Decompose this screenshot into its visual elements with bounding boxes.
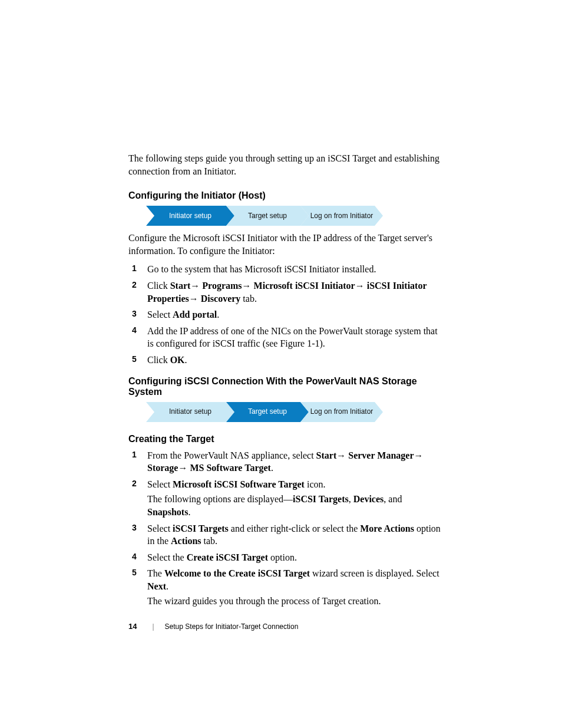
step-text: Select Microsoft iSCSI Software Target i… bbox=[147, 479, 325, 489]
section1-steps: 1 Go to the system that has Microsoft iS… bbox=[128, 263, 444, 366]
nav-step-label: Log on from Initiator bbox=[305, 408, 379, 416]
nav-step-label: Log on from Initiator bbox=[305, 212, 379, 220]
step-text: Select Add portal. bbox=[147, 309, 219, 319]
footer-separator: | bbox=[152, 622, 154, 631]
step-number: 5 bbox=[132, 354, 137, 365]
section3-steps: 1 From the PowerVault NAS appliance, sel… bbox=[128, 449, 444, 608]
nav-step-label: Initiator setup bbox=[163, 408, 217, 416]
workflow-nav-2: Initiator setup Target setup Log on from… bbox=[146, 402, 444, 422]
step-text: Click OK. bbox=[147, 355, 187, 365]
list-item: 1 From the PowerVault NAS appliance, sel… bbox=[128, 449, 444, 475]
step-number: 4 bbox=[132, 551, 137, 562]
section1-body: Configure the Microsoft iSCSI Initiator … bbox=[128, 232, 444, 257]
list-item: 5 Click OK. bbox=[128, 354, 444, 367]
step-number: 3 bbox=[132, 308, 137, 319]
step-text: Select the Create iSCSI Target option. bbox=[147, 552, 297, 562]
nav-step-label: Target setup bbox=[242, 408, 293, 416]
step-text: Click Start→ Programs→ Microsoft iSCSI I… bbox=[147, 281, 427, 304]
step-text: The Welcome to the Create iSCSI Target w… bbox=[147, 568, 439, 591]
list-item: 3 Select Add portal. bbox=[128, 308, 444, 321]
heading-configuring-initiator: Configuring the Initiator (Host) bbox=[128, 190, 444, 201]
list-item: 4 Add the IP address of one of the NICs … bbox=[128, 325, 444, 350]
footer-chapter: Setup Steps for Initiator-Target Connect… bbox=[165, 622, 299, 631]
step-number: 2 bbox=[132, 279, 137, 291]
nav-step-label: Target setup bbox=[242, 212, 293, 220]
nav-step-initiator-setup: Initiator setup bbox=[146, 206, 234, 226]
step-number: 1 bbox=[132, 449, 137, 460]
workflow-nav-1: Initiator setup Target setup Log on from… bbox=[146, 206, 444, 226]
step-text: Select iSCSI Targets and either right-cl… bbox=[147, 523, 441, 546]
heading-creating-target: Creating the Target bbox=[128, 434, 444, 444]
page-number: 14 bbox=[128, 622, 137, 631]
page-footer: 14 | Setup Steps for Initiator-Target Co… bbox=[128, 622, 444, 631]
step-text: Go to the system that has Microsoft iSCS… bbox=[147, 264, 376, 274]
step-subtext: The wizard guides you through the proces… bbox=[147, 595, 444, 608]
list-item: 4 Select the Create iSCSI Target option. bbox=[128, 551, 444, 564]
list-item: 5 The Welcome to the Create iSCSI Target… bbox=[128, 567, 444, 608]
heading-configuring-iscsi-connection: Configuring iSCSI Connection With the Po… bbox=[128, 376, 444, 397]
nav-step-target-setup: Target setup bbox=[226, 206, 309, 226]
nav-step-label: Initiator setup bbox=[163, 212, 217, 220]
step-text: From the PowerVault NAS appliance, selec… bbox=[147, 450, 423, 473]
nav-step-target-setup: Target setup bbox=[226, 402, 309, 422]
document-page: The following steps guide you through se… bbox=[0, 0, 562, 631]
step-number: 5 bbox=[132, 567, 137, 578]
nav-step-logon-initiator: Log on from Initiator bbox=[300, 206, 383, 226]
nav-step-logon-initiator: Log on from Initiator bbox=[300, 402, 383, 422]
step-number: 2 bbox=[132, 478, 137, 489]
nav-step-initiator-setup: Initiator setup bbox=[146, 402, 234, 422]
list-item: 1 Go to the system that has Microsoft iS… bbox=[128, 263, 444, 276]
intro-paragraph: The following steps guide you through se… bbox=[128, 152, 444, 177]
step-text: Add the IP address of one of the NICs on… bbox=[147, 326, 438, 349]
step-number: 4 bbox=[132, 325, 137, 336]
step-subtext: The following options are displayed—iSCS… bbox=[147, 493, 444, 518]
list-item: 2 Click Start→ Programs→ Microsoft iSCSI… bbox=[128, 279, 444, 305]
list-item: 3 Select iSCSI Targets and either right-… bbox=[128, 522, 444, 548]
list-item: 2 Select Microsoft iSCSI Software Target… bbox=[128, 478, 444, 519]
step-number: 1 bbox=[132, 263, 137, 274]
step-number: 3 bbox=[132, 522, 137, 533]
